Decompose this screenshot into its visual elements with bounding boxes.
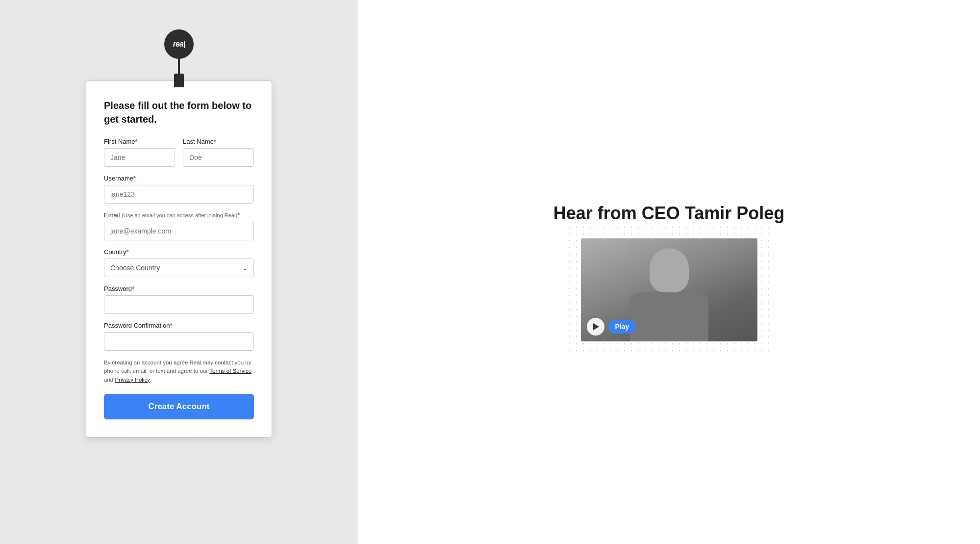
ceo-section-title: Hear from CEO Tamir Poleg bbox=[553, 203, 784, 224]
person-head bbox=[650, 248, 689, 292]
right-panel: Hear from CEO Tamir Poleg Play bbox=[358, 0, 980, 544]
country-select[interactable]: Choose Country United States Canada Unit… bbox=[104, 259, 254, 277]
username-input[interactable] bbox=[104, 185, 254, 204]
password-input[interactable] bbox=[104, 295, 254, 314]
last-name-input[interactable] bbox=[183, 148, 254, 167]
left-panel: rea| Please fill out the form below to g… bbox=[0, 0, 358, 544]
first-name-label: First Name* bbox=[104, 138, 175, 145]
first-name-input[interactable] bbox=[104, 148, 175, 167]
country-select-wrapper: Choose Country United States Canada Unit… bbox=[104, 259, 254, 277]
email-input[interactable] bbox=[104, 222, 254, 240]
password-confirmation-group: Password Confirmation* bbox=[104, 322, 254, 351]
terms-of-service-link[interactable]: Terms of Service bbox=[209, 368, 251, 374]
country-group: Country* Choose Country United States Ca… bbox=[104, 248, 254, 277]
last-name-group: Last Name* bbox=[183, 138, 254, 167]
privacy-policy-link[interactable]: Privacy Policy bbox=[115, 377, 150, 383]
password-confirmation-input[interactable] bbox=[104, 332, 254, 351]
badge-container: rea| bbox=[164, 29, 194, 87]
password-group: Password* bbox=[104, 285, 254, 314]
first-name-group: First Name* bbox=[104, 138, 175, 167]
password-label: Password* bbox=[104, 285, 254, 292]
signup-form-card: Please fill out the form below to get st… bbox=[86, 80, 272, 438]
terms-text: By creating an account you agree Real ma… bbox=[104, 359, 254, 384]
play-overlay: Play bbox=[587, 318, 636, 336]
last-name-label: Last Name* bbox=[183, 138, 254, 145]
country-label: Country* bbox=[104, 248, 254, 256]
play-circle-button[interactable] bbox=[587, 318, 604, 336]
play-icon bbox=[593, 323, 599, 330]
username-group: Username* bbox=[104, 175, 254, 204]
password-confirmation-label: Password Confirmation* bbox=[104, 322, 254, 329]
video-container: Play bbox=[581, 238, 757, 341]
email-group: Email (Use an email you can access after… bbox=[104, 211, 254, 240]
lanyard-string bbox=[178, 59, 180, 74]
play-badge-button[interactable]: Play bbox=[608, 320, 636, 334]
brand-logo: rea| bbox=[164, 29, 194, 59]
lanyard-clip bbox=[174, 74, 184, 87]
person-body bbox=[630, 292, 708, 341]
name-row: First Name* Last Name* bbox=[104, 138, 254, 167]
create-account-button[interactable]: Create Account bbox=[104, 394, 254, 419]
username-label: Username* bbox=[104, 175, 254, 182]
email-label: Email (Use an email you can access after… bbox=[104, 211, 254, 219]
form-title: Please fill out the form below to get st… bbox=[104, 99, 254, 126]
